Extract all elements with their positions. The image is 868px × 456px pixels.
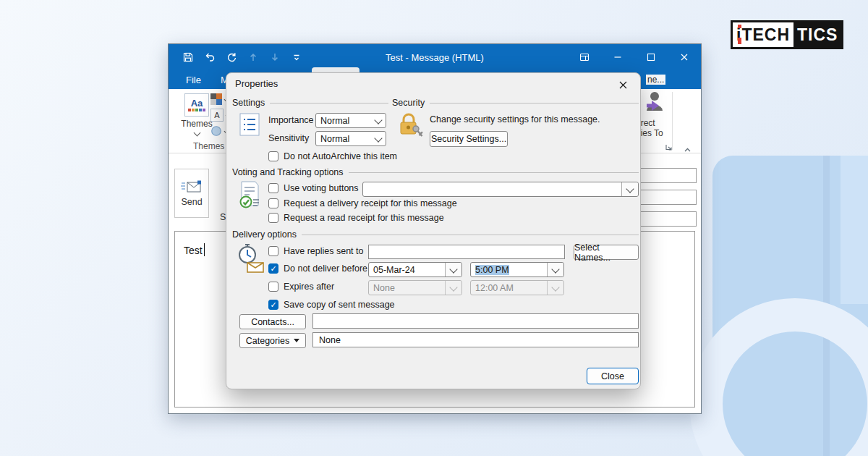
to-field[interactable]: [631, 168, 697, 183]
settings-list-icon: [239, 113, 260, 139]
expires-checkbox[interactable]: Expires after: [268, 282, 334, 292]
direct-replies-icon[interactable]: [643, 90, 665, 117]
chevron-down-icon: [626, 185, 634, 193]
themes-icon: Aa: [184, 93, 209, 117]
save-icon[interactable]: [179, 48, 197, 67]
message-body-text: Test: [184, 245, 203, 256]
cc-field[interactable]: [631, 190, 697, 205]
deliver-date-value: 05-Mar-24: [373, 265, 443, 275]
checkbox-box: [268, 246, 278, 256]
expires-time-dropdown-button: [547, 281, 563, 295]
logo-right-text: TICS: [793, 22, 841, 47]
select-names-button[interactable]: Select Names...: [574, 245, 639, 260]
send-label: Send: [181, 197, 202, 207]
tab-file[interactable]: File: [180, 73, 207, 87]
maximize-icon[interactable]: [634, 44, 668, 70]
deliver-date-dropdown-button[interactable]: [445, 263, 461, 276]
move-up-icon[interactable]: [244, 48, 263, 67]
security-description: Change security settings for this messag…: [430, 114, 600, 124]
dialog-close-icon[interactable]: [614, 77, 631, 93]
delivery-clock-icon: [235, 242, 265, 277]
chevron-down-icon: [193, 130, 200, 137]
sensitivity-select[interactable]: Normal: [315, 131, 386, 146]
have-replies-checkbox[interactable]: Have replies sent to: [268, 246, 363, 256]
security-heading-label: Security: [392, 98, 425, 108]
close-icon[interactable]: [668, 44, 701, 70]
deliver-time-select[interactable]: 5:00 PM: [470, 262, 564, 277]
delivery-group-heading: Delivery options: [232, 229, 639, 240]
send-icon: [181, 180, 203, 194]
replies-to-input[interactable]: [368, 245, 565, 259]
autoarchive-checkbox[interactable]: Do not AutoArchive this item: [268, 151, 397, 161]
sensitivity-label: Sensitivity: [268, 133, 309, 143]
categories-dropdown-icon: [294, 339, 299, 342]
dialog-launcher-icon[interactable]: [665, 141, 673, 154]
deliver-time-dropdown-button[interactable]: [547, 263, 563, 276]
contacts-field[interactable]: [312, 313, 639, 329]
expires-date-value: None: [373, 283, 443, 293]
use-voting-label: Use voting buttons: [284, 183, 359, 193]
checkbox-box: [268, 263, 278, 274]
use-voting-checkbox[interactable]: Use voting buttons: [268, 183, 359, 193]
checkbox-box: [268, 151, 278, 161]
settings-heading-label: Settings: [232, 98, 265, 108]
delivery-heading-label: Delivery options: [232, 229, 297, 240]
chevron-down-icon: [449, 283, 457, 291]
deliver-time-value: 5:00 PM: [475, 265, 509, 275]
logo-left-text: iTECH: [736, 25, 790, 45]
read-receipt-label: Request a read receipt for this message: [284, 213, 444, 223]
delivery-receipt-checkbox[interactable]: Request a delivery receipt for this mess…: [268, 198, 457, 208]
checkbox-box: [268, 282, 278, 292]
categories-button[interactable]: Categories: [239, 333, 306, 348]
quick-access-toolbar: [179, 44, 306, 70]
autoarchive-label: Do not AutoArchive this item: [284, 151, 397, 161]
itechtics-logo: iTECH TICS: [731, 20, 843, 49]
themes-icon-glyph: Aa: [191, 98, 203, 108]
expires-date-dropdown-button: [445, 281, 461, 295]
ribbon-collapse-icon[interactable]: [684, 143, 692, 156]
minimize-icon[interactable]: [601, 44, 634, 70]
logo-accent: [738, 38, 741, 44]
theme-effects-icon: [210, 125, 222, 137]
redo-icon[interactable]: [222, 48, 241, 67]
direct-replies-label-line2[interactable]: lies To: [639, 128, 663, 138]
read-receipt-checkbox[interactable]: Request a read receipt for this message: [268, 213, 444, 223]
chevron-down-icon: [374, 116, 382, 124]
categories-field[interactable]: None: [312, 332, 639, 347]
direct-replies-label-line1[interactable]: irect: [639, 118, 655, 128]
save-copy-checkbox[interactable]: Save copy of sent message: [268, 300, 395, 310]
security-settings-button[interactable]: Security Settings...: [430, 131, 508, 147]
logo-accent: [738, 25, 741, 28]
voting-heading-label: Voting and Tracking options: [232, 167, 344, 177]
themes-icon-dots: [188, 109, 205, 111]
theme-colors-icon: [210, 93, 222, 105]
dialog-close-button[interactable]: Close: [587, 368, 639, 384]
undo-icon[interactable]: [200, 48, 219, 67]
chevron-down-icon: [551, 265, 559, 273]
chevron-down-icon: [449, 265, 457, 273]
checkbox-box: [268, 213, 278, 223]
settings-group-heading: Settings: [232, 98, 388, 108]
ribbon-display-options-icon[interactable]: [568, 44, 601, 70]
do-not-deliver-checkbox[interactable]: Do not deliver before: [268, 263, 367, 274]
qat-customize-icon[interactable]: [287, 48, 306, 67]
checkbox-box: [268, 300, 278, 310]
move-down-icon[interactable]: [265, 48, 284, 67]
do-not-deliver-label: Do not deliver before: [284, 263, 367, 274]
importance-select[interactable]: Normal: [315, 113, 386, 128]
categories-value: None: [319, 335, 341, 345]
importance-label: Importance: [268, 115, 314, 125]
text-cursor: [204, 243, 205, 256]
page: iTECH TICS: [0, 0, 868, 456]
deliver-date-select[interactable]: 05-Mar-24: [368, 262, 462, 277]
theme-fonts-icon: A: [210, 109, 224, 122]
expires-time-value: 12:00 AM: [475, 283, 545, 293]
voting-options-dropdown-button[interactable]: [621, 182, 638, 196]
themes-button[interactable]: Aa Themes: [180, 93, 213, 144]
subject-field[interactable]: [631, 211, 697, 227]
contacts-button[interactable]: Contacts...: [239, 314, 306, 329]
window-controls: [568, 44, 701, 70]
chevron-down-icon: [374, 134, 382, 142]
voting-options-select[interactable]: [362, 182, 639, 197]
send-button[interactable]: Send: [174, 169, 209, 218]
